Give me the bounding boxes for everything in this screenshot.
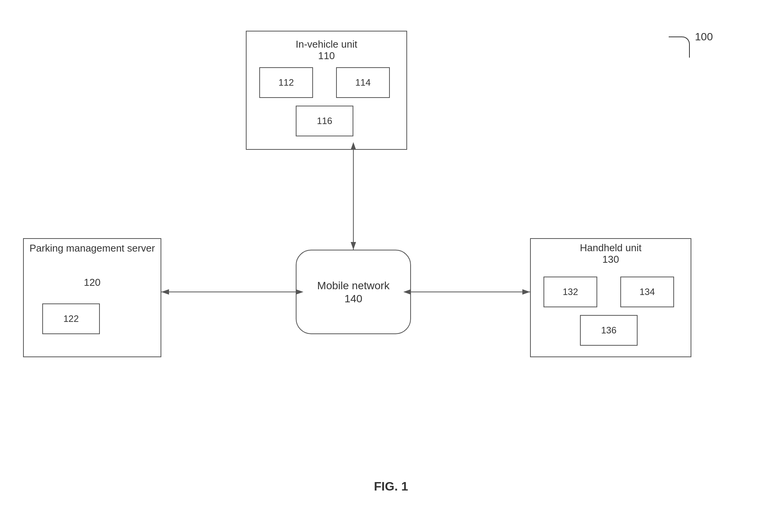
handheld-unit-number: 130	[530, 254, 691, 265]
box-134: 134	[620, 277, 674, 307]
ref-bracket	[669, 36, 690, 58]
box-parking-server	[23, 238, 161, 357]
in-vehicle-unit-label: In-vehicle unit	[246, 38, 407, 50]
parking-server-label: Parking management server	[23, 242, 161, 255]
parking-server-number: 120	[23, 277, 161, 288]
box-mobile-network: Mobile network 140	[296, 250, 411, 334]
mobile-network-number: 140	[345, 293, 363, 305]
box-136: 136	[580, 315, 638, 346]
mobile-network-label: Mobile network	[317, 279, 389, 293]
figure-label: FIG. 1	[374, 479, 408, 494]
in-vehicle-unit-number: 110	[246, 50, 407, 62]
box-116: 116	[296, 106, 353, 136]
ref-number-100: 100	[695, 31, 713, 43]
handheld-unit-label: Handheld unit	[530, 242, 691, 254]
box-122: 122	[42, 303, 100, 334]
box-112: 112	[259, 67, 313, 98]
box-114: 114	[336, 67, 390, 98]
box-132: 132	[543, 277, 597, 307]
diagram-container: 100 In-vehicle unit 110 112 114 116 Park…	[0, 0, 782, 532]
